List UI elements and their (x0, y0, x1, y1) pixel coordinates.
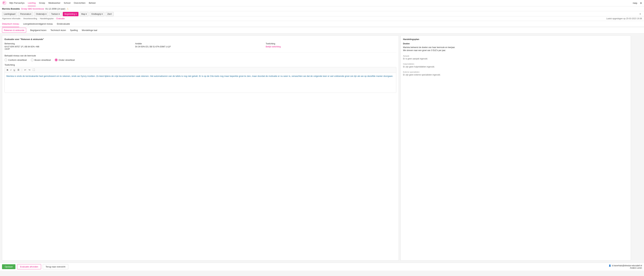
hp-aanpak: Aanpak Er is geen aanpak ingevuld. (403, 55, 628, 60)
breadcrumb-evaluatie: Evaluatie (56, 17, 64, 20)
sub-tab-rekenen[interactable]: Rekenen & wiskunde (2, 28, 26, 33)
footer-buttons: Opslaan Evaluatie afronden Terug naar ov… (2, 264, 68, 269)
breadcrumb-bar: Algemene informatie › Verantwoording › H… (0, 16, 644, 21)
nav-leerling[interactable]: Leerling (28, 0, 36, 6)
hp-doelen-text: Mariska beheerst de doelen van haar leer… (403, 46, 628, 52)
breadcrumb: Algemene informatie › Verantwoording › H… (2, 17, 65, 20)
breadcrumb-sep-3: › (55, 17, 55, 20)
radio-group: Conform streefdoel Boven streefdoel Onde… (4, 59, 396, 61)
niveau-section: Behaald niveau van de leerroute Conform … (4, 54, 396, 61)
eval-beheersing-col: Beheersing 6A 67-83% M7E7 1F | 6B 84-92%… (4, 42, 135, 50)
warning-icon: ⚠ (66, 7, 69, 10)
terug-button[interactable]: Terug naar overzicht (43, 264, 68, 269)
breadcrumb-algemene[interactable]: Algemene informatie (2, 17, 20, 20)
hp-externe-label: Externe specialisten (403, 71, 628, 73)
radio-boven[interactable]: Boven streefdoel (31, 59, 51, 61)
breadcrumb-handelingsplan[interactable]: Handelingsplan (40, 17, 54, 20)
left-panel: Evaluatie voor "Rekenen & wiskunde" Behe… (2, 35, 399, 261)
niveau-label: Behaald niveau van de leerroute (4, 54, 396, 57)
toelichting-label: Toelichting (4, 64, 396, 66)
tab-close-icon[interactable]: × (638, 12, 642, 16)
radio-conform[interactable]: Conform streefdoel (4, 59, 27, 61)
radio-circle-conform (4, 59, 7, 61)
sub-tab-spelling[interactable]: Spelling (70, 27, 78, 33)
radio-circle-onder (55, 59, 58, 61)
main-tab-leergebied[interactable]: Leergebiedoverstijgend niveau (23, 21, 53, 27)
app-logo: P (2, 0, 7, 6)
nav-settings-icon[interactable]: ⚙ (640, 2, 642, 4)
nav-items: Mijn ParnasSys Leerling Groep Medewerker… (10, 0, 633, 6)
tab-bar: Leerlingkaart Personalia Onderwijs Toets… (0, 11, 644, 16)
bekijk-toelichting-link[interactable]: Bekijk toelichting (266, 45, 396, 48)
toolbar-bold[interactable]: B (6, 68, 9, 72)
student-dob: 01-12-2008 (14 jaar) (46, 7, 66, 10)
content-area: Evaluatie voor "Rekenen & wiskunde" Behe… (0, 33, 644, 263)
top-nav: P Mijn ParnasSys Leerling Groep Medewerk… (0, 0, 644, 6)
toolbar-undo[interactable]: ↩ (24, 68, 27, 72)
nav-right: Help ⚙ (633, 2, 642, 4)
toelichting-section: Toelichting B I U ☰ ↩ ↪ ⛶ Mariska is sin… (4, 64, 396, 93)
hp-hulpmiddelen: Hulpmiddelen Er zijn geen hulpmiddelen i… (403, 63, 628, 68)
toolbar-underline[interactable]: U (13, 68, 16, 72)
toolbar-italic[interactable]: I (10, 68, 12, 72)
save-button[interactable]: Opslaan (2, 264, 16, 269)
tab-zien[interactable]: Zien! (106, 12, 114, 16)
nav-beheer[interactable]: Beheer (89, 0, 96, 6)
tab-begeleiding[interactable]: Begeleiding (63, 12, 78, 16)
ambitie-value: 5A 34-50% E5 | 5B 51-67% E6M7 (<)1F (135, 45, 266, 48)
tab-personalia[interactable]: Personalia (18, 12, 33, 16)
hp-doelen: Doelen Mariska beheerst de doelen van ha… (403, 42, 628, 52)
radio-circle-boven (31, 59, 34, 61)
editor-text: Mariska is sinds de kerstvakantie heel g… (6, 74, 394, 78)
tab-toetsen[interactable]: Toetsen (49, 12, 62, 16)
right-panel: Handelingsplan Doelen Mariska beheerst d… (400, 35, 631, 261)
sub-tab-begrijpend[interactable]: Begrijpend lezen (30, 27, 46, 33)
student-bar: Mariska Buwalda Groep SBO bovenbouw 01-1… (0, 6, 644, 11)
hp-externe-text: Er zijn geen externe specialisten ingevu… (403, 74, 628, 76)
user-email: b.haverhals@driestar-educatief.nl (612, 265, 642, 267)
hp-externe: Externe specialisten Er zijn geen extern… (403, 71, 628, 76)
tab-map[interactable]: Map (80, 12, 89, 16)
hp-hulpmiddelen-label: Hulpmiddelen (403, 63, 628, 65)
student-name: Mariska Buwalda (2, 7, 20, 10)
sub-tab-mondelinge[interactable]: Mondelinge taal (82, 27, 97, 33)
tab-onderwijs[interactable]: Onderwijs (34, 12, 48, 16)
nav-groep[interactable]: Groep (39, 0, 45, 6)
tab-leerlingkaart[interactable]: Leerlingkaart (2, 12, 17, 16)
toolbar-redo[interactable]: ↪ (28, 68, 31, 72)
footer-user: 👤 b.haverhals@driestar-educatief.nl Ande… (608, 265, 642, 269)
editor-textarea[interactable]: Mariska is sinds de kerstvakantie heel g… (4, 73, 396, 93)
user-org: Anders Leren (608, 267, 642, 269)
radio-onder[interactable]: Onder streefdoel (55, 59, 75, 61)
ambitie-label: Ambitie (135, 42, 266, 45)
nav-mijn-parnassys[interactable]: Mijn ParnasSys (10, 0, 24, 6)
toolbar-list[interactable]: ☰ (17, 68, 20, 72)
nav-school[interactable]: School (64, 0, 70, 6)
nav-help[interactable]: Help (633, 2, 637, 4)
afronden-button[interactable]: Evaluatie afronden (17, 264, 41, 269)
main-tab-didactisch[interactable]: Didactisch niveau (2, 21, 19, 27)
footer: Opslaan Evaluatie afronden Terug naar ov… (0, 263, 644, 271)
toolbar-sep (22, 69, 22, 71)
tab-kindbegrip[interactable]: Kindbegrip (90, 12, 104, 16)
sub-tab-technisch[interactable]: Technisch lezen (50, 27, 66, 33)
student-group[interactable]: Groep SBO bovenbouw (21, 7, 44, 10)
beheersing-value: 6A 67-83% M7E7 1F | 6B 84-92% >M8 1S/2F (4, 45, 135, 50)
main-tab-eindevaluatie[interactable]: Eindevaluatie (57, 21, 70, 27)
hp-hulpmiddelen-text: Er zijn geen hulpmiddelen ingevuld. (403, 66, 628, 68)
radio-boven-label: Boven streefdoel (34, 59, 51, 61)
sub-tabs: Rekenen & wiskunde Begrijpend lezen Tech… (0, 27, 644, 33)
toolbar-expand[interactable]: ⛶ (32, 68, 36, 72)
beheersing-label: Beheersing (4, 42, 135, 45)
breadcrumb-sep-2: › (38, 17, 39, 20)
nav-overzichten[interactable]: Overzichten (74, 0, 85, 6)
hp-aanpak-text: Er is geen aanpak ingevuld. (403, 58, 628, 60)
toelichting-header-label: Toelichting (266, 42, 396, 45)
svg-text:P: P (3, 1, 5, 4)
breadcrumb-verantwoording[interactable]: Verantwoording (23, 17, 37, 20)
breadcrumb-sep-1: › (22, 17, 22, 20)
nav-medewerker[interactable]: Medewerker (48, 0, 60, 6)
eval-ambitie-col: Ambitie 5A 34-50% E5 | 5B 51-67% E6M7 (<… (135, 42, 266, 50)
radio-conform-label: Conform streefdoel (8, 59, 27, 61)
eval-grid: Beheersing 6A 67-83% M7E7 1F | 6B 84-92%… (4, 42, 396, 52)
